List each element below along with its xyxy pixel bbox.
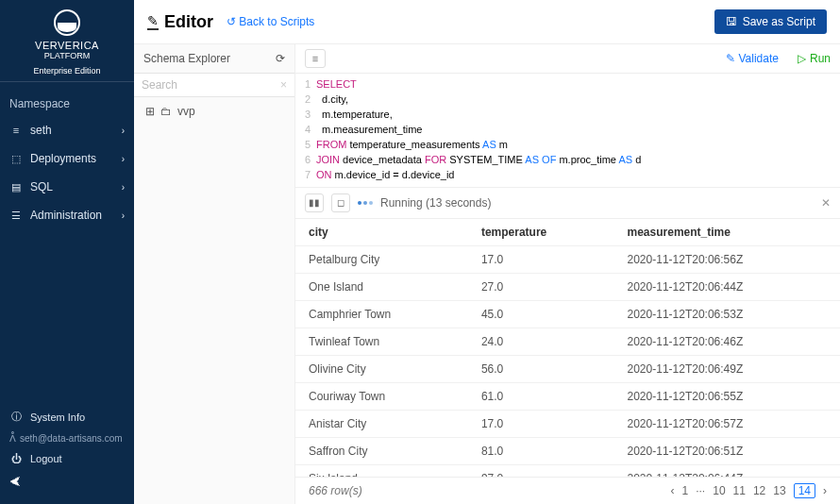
table-row[interactable]: Anistar City17.02020-11-12T20:06:57Z	[295, 410, 840, 437]
chevron-right-icon: ›	[122, 154, 125, 164]
back-to-scripts-link[interactable]: ↺ Back to Scripts	[227, 15, 314, 28]
page-1[interactable]: 1	[682, 484, 689, 497]
table-row[interactable]: Couriway Town61.02020-11-12T20:06:55Z	[295, 382, 840, 410]
page-next[interactable]: ›	[823, 484, 827, 497]
page-title: Editor	[164, 12, 213, 32]
sidebar: VERVERICA PLATFORM Enterprise Edition Na…	[0, 0, 134, 504]
chevron-right-icon: ›	[122, 126, 125, 136]
expand-icon: ⊞	[145, 105, 155, 118]
page-14[interactable]: 14	[794, 483, 815, 498]
sidebar-item-label: System Info	[30, 412, 85, 423]
folder-icon: 🗀	[160, 105, 172, 118]
table-cell: 45.0	[468, 300, 614, 328]
sidebar-item-label: Administration	[30, 209, 102, 222]
table-cell: Olivine City	[295, 355, 468, 382]
table-cell: 81.0	[468, 437, 614, 464]
table-row[interactable]: Six Island97.02020-11-12T20:06:44Z	[295, 464, 840, 477]
page-13[interactable]: 13	[773, 484, 785, 497]
sidebar-item-logout[interactable]: ⏻ Logout	[0, 447, 134, 470]
table-cell: 2020-11-12T20:06:44Z	[614, 273, 840, 300]
row-count: 666 row(s)	[309, 484, 362, 497]
table-cell: Couriway Town	[295, 382, 468, 410]
table-cell: 2020-11-12T20:06:57Z	[614, 410, 840, 437]
table-cell: Six Island	[295, 464, 468, 477]
column-header[interactable]: temperature	[468, 219, 614, 246]
page-dots: ···	[696, 484, 705, 497]
sql-icon: ▤	[9, 181, 23, 193]
sidebar-item-sql[interactable]: ▤ SQL ›	[0, 173, 134, 201]
table-row[interactable]: Saffron City81.02020-11-12T20:06:51Z	[295, 437, 840, 464]
ververica-logo-icon	[54, 9, 80, 36]
loading-spinner-icon	[358, 201, 373, 205]
table-cell: Saffron City	[295, 437, 468, 464]
sidebar-item-administration[interactable]: ☰ Administration ›	[0, 201, 134, 229]
schema-explorer-title: Schema Explorer	[143, 52, 230, 65]
table-cell: Twinleaf Town	[295, 328, 468, 355]
administration-icon: ☰	[9, 210, 23, 222]
pagination: ‹ 1 ··· 10 11 12 13 14 ›	[671, 483, 828, 498]
stop-button[interactable]: ◻	[331, 193, 350, 212]
schema-tree-item-vvp[interactable]: ⊞ 🗀 vvp	[145, 105, 283, 118]
back-icon: ↺	[227, 15, 236, 28]
column-header[interactable]: measurement_time	[614, 219, 840, 246]
info-icon: ⓘ	[9, 410, 23, 424]
namespace-label: Namespace	[0, 88, 134, 116]
sidebar-item-namespace-seth[interactable]: ≡ seth ›	[0, 116, 134, 144]
close-results-button[interactable]: ✕	[821, 196, 831, 210]
table-cell: 97.0	[468, 464, 614, 477]
table-row[interactable]: Twinleaf Town24.02020-11-12T20:06:46Z	[295, 328, 840, 355]
user-email: ᐰseth@data-artisans.com	[0, 429, 134, 447]
table-row[interactable]: Camphrier Town45.02020-11-12T20:06:53Z	[295, 300, 840, 328]
format-button[interactable]: ≡	[305, 49, 326, 68]
table-row[interactable]: Petalburg City17.02020-11-12T20:06:56Z	[295, 245, 840, 273]
table-cell: 17.0	[468, 410, 614, 437]
status-text: Running (13 seconds)	[380, 196, 491, 210]
deployments-icon: ⬚	[9, 153, 23, 165]
play-icon: ▷	[798, 52, 806, 65]
table-cell: 17.0	[468, 245, 614, 273]
table-cell: 56.0	[468, 355, 614, 382]
page-prev[interactable]: ‹	[671, 484, 675, 497]
table-row[interactable]: One Island27.02020-11-12T20:06:44Z	[295, 273, 840, 300]
sidebar-item-label: SQL	[30, 180, 53, 193]
clear-search-icon[interactable]: ×	[280, 78, 287, 92]
list-icon: ≡	[9, 125, 23, 136]
reload-icon[interactable]: ⟳	[276, 52, 285, 65]
page-11[interactable]: 11	[733, 484, 746, 497]
sidebar-item-deployments[interactable]: ⬚ Deployments ›	[0, 144, 134, 173]
table-cell: Camphrier Town	[295, 300, 468, 328]
table-cell: 61.0	[468, 382, 614, 410]
logout-icon: ⏻	[9, 453, 23, 464]
schema-explorer-panel: Schema Explorer ⟳ Search × ⊞ 🗀 vvp	[134, 44, 295, 504]
save-as-script-button[interactable]: 🖫 Save as Script	[714, 9, 827, 34]
chevron-right-icon: ›	[122, 210, 125, 221]
brand-name: VERVERICA	[0, 40, 134, 51]
sidebar-item-label: seth	[30, 124, 52, 137]
table-cell: 2020-11-12T20:06:55Z	[614, 382, 840, 410]
collapse-sidebar-button[interactable]: ⮜	[0, 470, 134, 495]
brand-sub: PLATFORM	[0, 51, 134, 60]
magic-icon: ✎	[726, 52, 735, 65]
pause-button[interactable]: ▮▮	[305, 193, 324, 212]
chevron-right-icon: ›	[122, 182, 125, 193]
schema-search-input[interactable]: Search ×	[134, 73, 294, 97]
table-row[interactable]: Olivine City56.02020-11-12T20:06:49Z	[295, 355, 840, 382]
table-cell: Anistar City	[295, 410, 468, 437]
validate-button[interactable]: ✎ Validate	[726, 52, 779, 65]
table-cell: 2020-11-12T20:06:51Z	[614, 437, 840, 464]
save-icon: 🖫	[726, 15, 737, 28]
table-cell: 27.0	[468, 273, 614, 300]
sql-editor[interactable]: 1234567 SELECT d.city, m.temperature, m.…	[295, 74, 840, 188]
brand-edition: Enterprise Edition	[0, 66, 134, 82]
run-button[interactable]: ▷ Run	[798, 52, 831, 65]
table-cell: 2020-11-12T20:06:56Z	[614, 245, 840, 273]
page-10[interactable]: 10	[713, 484, 725, 497]
sidebar-item-label: Logout	[30, 453, 62, 464]
sidebar-item-label: Deployments	[30, 152, 96, 165]
table-cell: 24.0	[468, 328, 614, 355]
sidebar-item-system-info[interactable]: ⓘ System Info	[0, 404, 134, 429]
results-table: citytemperaturemeasurement_time Petalbur…	[295, 219, 840, 477]
column-header[interactable]: city	[295, 219, 468, 246]
table-cell: One Island	[295, 273, 468, 300]
page-12[interactable]: 12	[753, 484, 765, 497]
